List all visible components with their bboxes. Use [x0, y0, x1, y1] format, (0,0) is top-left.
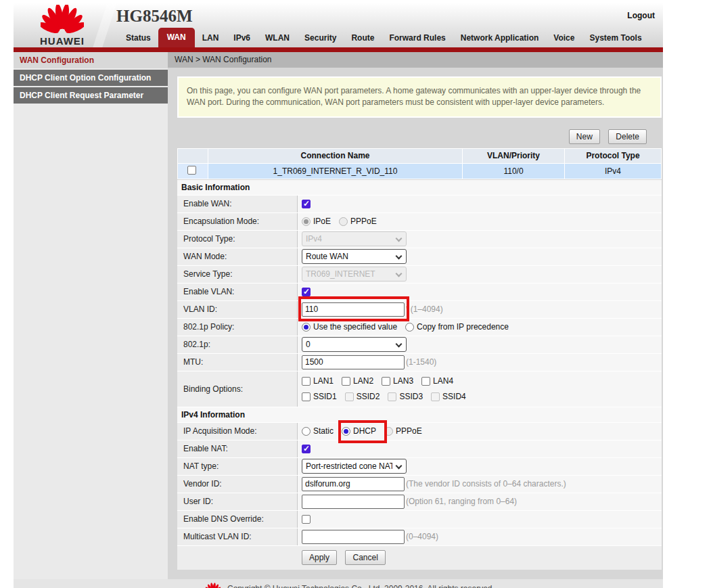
tab-lan[interactable]: LAN: [195, 29, 227, 47]
connection-table: Connection Name VLAN/Priority Protocol T…: [177, 148, 662, 179]
tab-security[interactable]: Security: [297, 29, 344, 47]
row-enable-vlan: Enable VLAN:: [177, 284, 662, 300]
protocol-type-label: Protocol Type:: [177, 231, 298, 248]
dhcp-radio-label: DHCP: [353, 426, 376, 436]
copyright-text: Copyright © Huawei Technologies Co., Ltd…: [227, 584, 495, 588]
sidebar: WAN Configuration DHCP Client Option Con…: [14, 52, 168, 579]
row-service-type: Service Type: TR069_INTERNET: [177, 266, 662, 283]
tab-forward-rules[interactable]: Forward Rules: [382, 29, 453, 47]
enable-vlan-label: Enable VLAN:: [177, 284, 298, 300]
tab-ipv6[interactable]: IPv6: [226, 29, 258, 47]
sidebar-item-dhcp-client-option-configuration[interactable]: DHCP Client Option Configuration: [14, 70, 168, 86]
page-title: HG8546M: [116, 7, 193, 26]
use-specified-value-label: Use the specified value: [313, 322, 397, 332]
row-multicast-vlan-id: Multicast VLAN ID: (0–4094): [177, 528, 662, 545]
footer: Copyright © Huawei Technologies Co., Ltd…: [14, 579, 663, 588]
enable-vlan-checkbox[interactable]: [302, 288, 311, 296]
tab-network-application[interactable]: Network Application: [453, 29, 547, 47]
8021p-policy-label: 802.1p Policy:: [177, 319, 298, 336]
8021p-select[interactable]: 0: [302, 337, 407, 352]
row-enable-dns-override: Enable DNS Override:: [177, 511, 662, 528]
enable-nat-checkbox[interactable]: [302, 445, 311, 453]
accent-bar: [14, 47, 663, 52]
connection-name-cell: 1_TR069_INTERNET_R_VID_110: [208, 164, 462, 179]
user-id-input[interactable]: [302, 495, 405, 509]
ssid3-label: SSID3: [399, 392, 423, 401]
row-checkbox[interactable]: [187, 166, 196, 175]
user-id-label: User ID:: [177, 493, 298, 510]
enable-wan-checkbox[interactable]: [302, 200, 311, 208]
main-panel: WAN > WAN Configuration On this page, yo…: [168, 52, 663, 579]
connection-table-header-row: Connection Name VLAN/Priority Protocol T…: [178, 149, 661, 163]
ssid2-label: SSID2: [357, 392, 380, 401]
ipoe-radio-label: IPoE: [313, 217, 331, 226]
vlan-id-hint: (1–4094): [411, 304, 443, 314]
sidebar-item-wan-configuration[interactable]: WAN Configuration: [14, 52, 168, 68]
tab-system-tools[interactable]: System Tools: [582, 29, 649, 47]
wan-form: Basic Information Enable WAN: Encapsulat…: [177, 180, 662, 570]
lan1-checkbox[interactable]: [302, 377, 311, 386]
top-nav: Status WAN LAN IPv6 WLAN Security Route …: [118, 28, 649, 47]
vlan-priority-cell: 110/0: [463, 164, 564, 179]
lan2-label: LAN2: [353, 376, 373, 386]
use-specified-value-radio[interactable]: [302, 323, 311, 332]
tab-wan[interactable]: WAN: [158, 28, 195, 47]
huawei-logo: HUAWEI: [28, 5, 96, 47]
wan-mode-select[interactable]: Route WAN: [302, 249, 407, 264]
multicast-vlan-id-hint: (0–4094): [406, 532, 438, 541]
page-description: On this page, you can configure WAN port…: [177, 76, 662, 118]
header-vlan-priority: VLAN/Priority: [463, 149, 564, 163]
tab-wlan[interactable]: WLAN: [258, 29, 297, 47]
apply-button[interactable]: Apply: [302, 550, 337, 565]
new-button[interactable]: New: [569, 129, 600, 144]
pppoe-mode-radio: [384, 427, 393, 436]
tab-route[interactable]: Route: [344, 29, 382, 47]
copy-from-ip-precedence-radio[interactable]: [405, 323, 414, 332]
vlan-id-label: VLAN ID:: [177, 301, 298, 318]
ipoe-radio: [302, 217, 311, 226]
lan3-checkbox[interactable]: [382, 377, 390, 386]
vlan-id-input[interactable]: [302, 302, 405, 317]
lan4-checkbox[interactable]: [421, 377, 430, 386]
mtu-hint: (1-1540): [406, 357, 436, 367]
protocol-type-cell: IPv4: [565, 164, 661, 179]
service-type-label: Service Type:: [177, 266, 298, 283]
ssid1-checkbox[interactable]: [302, 392, 311, 401]
binding-options-label: Binding Options:: [177, 371, 298, 407]
multicast-vlan-id-input[interactable]: [302, 530, 405, 544]
router-admin-page: HUAWEI HG8546M Logout Status WAN LAN IPv…: [0, 0, 711, 588]
row-vendor-id: Vendor ID: (The vendor ID consists of 0–…: [177, 476, 662, 493]
cancel-button[interactable]: Cancel: [345, 550, 385, 565]
section-ipv4-information: IPv4 Information: [177, 407, 662, 422]
row-protocol-type: Protocol Type: IPv4: [177, 231, 662, 248]
ssid1-label: SSID1: [313, 392, 337, 401]
delete-button[interactable]: Delete: [608, 129, 647, 144]
vendor-id-label: Vendor ID:: [177, 476, 298, 493]
row-8021p: 802.1p: 0: [177, 336, 662, 353]
encapsulation-mode-label: Encapsulation Mode:: [177, 213, 298, 230]
row-enable-nat: Enable NAT:: [177, 440, 662, 457]
static-radio[interactable]: [302, 427, 311, 436]
lan3-label: LAN3: [393, 376, 413, 386]
dhcp-radio[interactable]: [342, 427, 350, 436]
protocol-type-select: IPv4: [302, 231, 407, 246]
copy-from-ip-precedence-label: Copy from IP precedence: [417, 322, 509, 332]
row-binding-options: Binding Options: LAN1 LAN2 LAN3 LAN4 SSI…: [177, 371, 662, 407]
mtu-input[interactable]: [302, 355, 405, 369]
tab-status[interactable]: Status: [118, 29, 158, 47]
row-user-id: User ID: (Option 61, ranging from 0–64): [177, 493, 662, 510]
sidebar-item-dhcp-client-request-parameter[interactable]: DHCP Client Request Parameter: [14, 87, 168, 104]
mtu-label: MTU:: [177, 354, 298, 371]
row-nat-type: NAT type: Port-restricted cone NAT: [177, 458, 662, 475]
vendor-id-hint: (The vendor ID consists of 0–64 characte…: [406, 479, 566, 489]
tab-voice[interactable]: Voice: [546, 29, 582, 47]
section-basic-information: Basic Information: [177, 180, 662, 195]
ssid3-checkbox: [388, 392, 396, 401]
logout-link[interactable]: Logout: [627, 11, 655, 20]
row-ip-acquisition-mode: IP Acquisition Mode: Static DHCP PPPoE: [177, 423, 662, 440]
vendor-id-input[interactable]: [302, 477, 405, 491]
nat-type-select[interactable]: Port-restricted cone NAT: [302, 459, 407, 474]
lan2-checkbox[interactable]: [342, 377, 350, 386]
enable-dns-override-label: Enable DNS Override:: [177, 511, 298, 528]
enable-dns-override-checkbox[interactable]: [302, 515, 311, 524]
